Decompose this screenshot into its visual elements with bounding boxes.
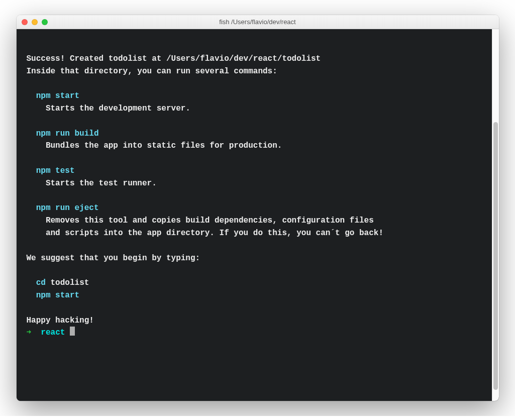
command-arg: todolist <box>51 278 89 287</box>
window-title: fish /Users/flavio/dev/react <box>17 18 499 26</box>
titlebar[interactable]: fish /Users/flavio/dev/react <box>17 15 499 29</box>
terminal-content[interactable]: Success! Created todolist at /Users/flav… <box>17 29 492 401</box>
command-desc: Removes this tool and copies build depen… <box>46 216 374 225</box>
command-label: npm run build <box>36 129 99 138</box>
scrollbar[interactable] <box>492 29 499 401</box>
prompt-arrow-icon: ➜ <box>27 328 32 337</box>
minimize-icon[interactable] <box>32 19 38 25</box>
scroll-thumb[interactable] <box>493 122 498 390</box>
command-label: cd <box>36 278 46 287</box>
output-line: Inside that directory, you can run sever… <box>27 67 277 76</box>
command-desc: Bundles the app into static files for pr… <box>46 141 282 150</box>
command-desc: and scripts into the app directory. If y… <box>46 229 383 238</box>
command-desc: Starts the development server. <box>46 104 190 113</box>
terminal-window: fish /Users/flavio/dev/react Success! Cr… <box>17 15 499 401</box>
output-line: Success! Created todolist at /Users/flav… <box>27 54 321 63</box>
output-line: We suggest that you begin by typing: <box>27 254 200 263</box>
terminal-body: Success! Created todolist at /Users/flav… <box>17 29 499 401</box>
close-icon[interactable] <box>22 19 28 25</box>
cursor-icon <box>70 327 75 336</box>
command-label: npm start <box>36 291 79 300</box>
command-label: npm start <box>36 91 79 100</box>
prompt-dir: react <box>41 328 65 337</box>
command-label: npm run eject <box>36 203 99 213</box>
maximize-icon[interactable] <box>42 19 48 25</box>
command-label: npm test <box>36 166 75 175</box>
output-line: Happy hacking! <box>27 316 94 325</box>
traffic-lights <box>22 19 48 25</box>
command-desc: Starts the test runner. <box>46 179 157 188</box>
